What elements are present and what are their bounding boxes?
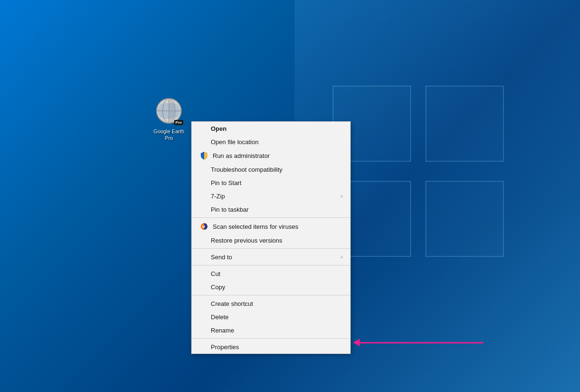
menu-item-delete[interactable]: Delete — [192, 310, 350, 323]
svg-text:M: M — [202, 225, 205, 228]
win-pane-bottom-right — [425, 181, 504, 257]
win-pane-top-right — [425, 86, 504, 162]
menu-item-properties[interactable]: Properties — [192, 340, 350, 353]
separator-3 — [192, 265, 350, 265]
menu-item-troubleshoot[interactable]: Troubleshoot compatibility — [192, 163, 350, 176]
menu-item-pin-taskbar[interactable]: Pin to taskbar — [192, 203, 350, 216]
menu-item-open[interactable]: Open — [192, 122, 350, 135]
menu-item-pin-to-start[interactable]: Pin to Start — [192, 176, 350, 189]
menu-item-create-shortcut[interactable]: Create shortcut — [192, 297, 350, 310]
pro-badge: Pro — [174, 120, 183, 125]
uac-shield-icon — [199, 151, 209, 160]
menu-item-send-to[interactable]: Send to › — [192, 250, 350, 264]
submenu-arrow-7zip: › — [341, 193, 343, 199]
menu-item-rename[interactable]: Rename — [192, 323, 350, 337]
menu-item-run-as-admin[interactable]: Run as administrator — [192, 148, 350, 163]
separator-5 — [192, 338, 350, 339]
menu-item-open-file-location[interactable]: Open file location — [192, 135, 350, 148]
submenu-arrow-send-to: › — [341, 254, 343, 260]
menu-item-restore-versions[interactable]: Restore previous versions — [192, 234, 350, 247]
windows-logo-decoration — [333, 86, 504, 257]
context-menu: Open Open file location Run as administr… — [191, 121, 351, 354]
menu-item-cut[interactable]: Cut — [192, 267, 350, 280]
separator-4 — [192, 295, 350, 295]
menu-item-7zip[interactable]: 7-Zip › — [192, 189, 350, 203]
google-earth-pro-icon[interactable]: Pro Google Earth Pro — [147, 98, 190, 142]
separator-2 — [192, 248, 350, 249]
separator-1 — [192, 217, 350, 218]
malwarebytes-icon: M — [199, 222, 209, 231]
desktop: Pro Google Earth Pro Open Open file loca… — [0, 0, 580, 392]
menu-item-copy[interactable]: Copy — [192, 280, 350, 294]
icon-label: Google Earth Pro — [147, 128, 190, 142]
properties-arrow-annotation — [353, 339, 483, 346]
menu-item-scan-viruses[interactable]: M Scan selected items for viruses — [192, 219, 350, 234]
arrow-head — [353, 339, 360, 346]
arrow-line — [360, 342, 483, 343]
